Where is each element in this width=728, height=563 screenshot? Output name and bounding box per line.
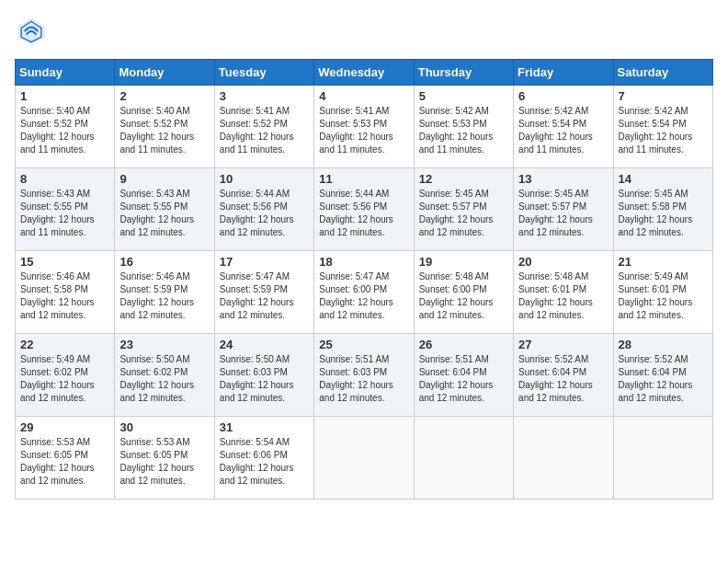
cell-content: Sunrise: 5:54 AMSunset: 6:06 PMDaylight:… <box>220 437 294 486</box>
day-number: 13 <box>518 172 608 186</box>
day-number: 2 <box>119 89 209 103</box>
calendar-week-row: 1 Sunrise: 5:40 AMSunset: 5:52 PMDayligh… <box>16 86 713 168</box>
logo <box>15 15 51 48</box>
calendar-table: SundayMondayTuesdayWednesdayThursdayFrid… <box>15 59 713 500</box>
calendar-cell: 22 Sunrise: 5:49 AMSunset: 6:02 PMDaylig… <box>16 334 115 417</box>
day-number: 7 <box>619 89 708 103</box>
cell-content: Sunrise: 5:40 AMSunset: 5:52 PMDaylight:… <box>20 106 95 155</box>
day-number: 24 <box>220 338 309 351</box>
day-number: 1 <box>20 89 109 103</box>
calendar-cell <box>414 417 513 500</box>
calendar-cell: 9 Sunrise: 5:43 AMSunset: 5:55 PMDayligh… <box>115 168 214 251</box>
calendar-cell: 10 Sunrise: 5:44 AMSunset: 5:56 PMDaylig… <box>214 168 313 251</box>
col-header-friday: Friday <box>514 60 613 86</box>
cell-content: Sunrise: 5:44 AMSunset: 5:56 PMDaylight:… <box>319 189 393 237</box>
day-number: 17 <box>220 255 309 269</box>
day-number: 20 <box>518 255 608 269</box>
logo-icon <box>15 15 48 48</box>
cell-content: Sunrise: 5:44 AMSunset: 5:56 PMDaylight:… <box>220 189 294 237</box>
cell-content: Sunrise: 5:46 AMSunset: 5:59 PMDaylight:… <box>119 271 194 320</box>
cell-content: Sunrise: 5:49 AMSunset: 6:02 PMDaylight:… <box>20 354 95 403</box>
day-number: 3 <box>220 89 309 103</box>
day-number: 27 <box>518 338 608 351</box>
calendar-cell: 13 Sunrise: 5:45 AMSunset: 5:57 PMDaylig… <box>514 168 613 251</box>
day-number: 26 <box>419 338 508 351</box>
cell-content: Sunrise: 5:40 AMSunset: 5:52 PMDaylight:… <box>119 106 194 155</box>
calendar-cell: 27 Sunrise: 5:52 AMSunset: 6:04 PMDaylig… <box>514 334 613 417</box>
cell-content: Sunrise: 5:45 AMSunset: 5:57 PMDaylight:… <box>518 189 593 237</box>
calendar-cell <box>314 417 414 500</box>
cell-content: Sunrise: 5:43 AMSunset: 5:55 PMDaylight:… <box>119 189 194 237</box>
col-header-sunday: Sunday <box>16 60 115 86</box>
calendar-week-row: 15 Sunrise: 5:46 AMSunset: 5:58 PMDaylig… <box>16 251 713 334</box>
cell-content: Sunrise: 5:50 AMSunset: 6:03 PMDaylight:… <box>220 354 294 403</box>
cell-content: Sunrise: 5:41 AMSunset: 5:52 PMDaylight:… <box>220 106 294 155</box>
calendar-cell: 17 Sunrise: 5:47 AMSunset: 5:59 PMDaylig… <box>214 251 313 334</box>
cell-content: Sunrise: 5:52 AMSunset: 6:04 PMDaylight:… <box>518 354 593 403</box>
day-number: 21 <box>619 255 708 269</box>
day-number: 23 <box>119 338 209 351</box>
calendar-cell: 14 Sunrise: 5:45 AMSunset: 5:58 PMDaylig… <box>613 168 712 251</box>
cell-content: Sunrise: 5:47 AMSunset: 6:00 PMDaylight:… <box>319 271 393 320</box>
calendar-cell: 21 Sunrise: 5:49 AMSunset: 6:01 PMDaylig… <box>613 251 712 334</box>
day-number: 28 <box>619 338 708 351</box>
cell-content: Sunrise: 5:46 AMSunset: 5:58 PMDaylight:… <box>20 271 95 320</box>
day-number: 9 <box>119 172 209 186</box>
calendar-cell: 20 Sunrise: 5:48 AMSunset: 6:01 PMDaylig… <box>514 251 613 334</box>
calendar-cell: 24 Sunrise: 5:50 AMSunset: 6:03 PMDaylig… <box>214 334 313 417</box>
day-number: 4 <box>319 89 408 103</box>
calendar-cell: 8 Sunrise: 5:43 AMSunset: 5:55 PMDayligh… <box>16 168 115 251</box>
cell-content: Sunrise: 5:48 AMSunset: 6:00 PMDaylight:… <box>419 271 494 320</box>
calendar-cell: 11 Sunrise: 5:44 AMSunset: 5:56 PMDaylig… <box>314 168 414 251</box>
page-header <box>15 15 713 48</box>
calendar-cell: 4 Sunrise: 5:41 AMSunset: 5:53 PMDayligh… <box>314 86 414 168</box>
calendar-cell: 12 Sunrise: 5:45 AMSunset: 5:57 PMDaylig… <box>414 168 513 251</box>
col-header-saturday: Saturday <box>613 60 712 86</box>
day-number: 11 <box>319 172 408 186</box>
calendar-cell: 5 Sunrise: 5:42 AMSunset: 5:53 PMDayligh… <box>414 86 513 168</box>
calendar-cell: 31 Sunrise: 5:54 AMSunset: 6:06 PMDaylig… <box>214 417 313 500</box>
cell-content: Sunrise: 5:47 AMSunset: 5:59 PMDaylight:… <box>220 271 294 320</box>
cell-content: Sunrise: 5:50 AMSunset: 6:02 PMDaylight:… <box>119 354 194 403</box>
calendar-cell: 30 Sunrise: 5:53 AMSunset: 6:05 PMDaylig… <box>115 417 214 500</box>
cell-content: Sunrise: 5:53 AMSunset: 6:05 PMDaylight:… <box>119 437 194 486</box>
calendar-header-row: SundayMondayTuesdayWednesdayThursdayFrid… <box>16 60 713 86</box>
calendar-cell <box>613 417 712 500</box>
day-number: 30 <box>119 420 209 434</box>
day-number: 31 <box>220 420 309 434</box>
day-number: 14 <box>619 172 708 186</box>
cell-content: Sunrise: 5:41 AMSunset: 5:53 PMDaylight:… <box>319 106 393 155</box>
calendar-cell: 28 Sunrise: 5:52 AMSunset: 6:04 PMDaylig… <box>613 334 712 417</box>
calendar-cell: 7 Sunrise: 5:42 AMSunset: 5:54 PMDayligh… <box>613 86 712 168</box>
cell-content: Sunrise: 5:51 AMSunset: 6:03 PMDaylight:… <box>319 354 393 403</box>
calendar-cell: 1 Sunrise: 5:40 AMSunset: 5:52 PMDayligh… <box>16 86 115 168</box>
day-number: 25 <box>319 338 408 351</box>
cell-content: Sunrise: 5:43 AMSunset: 5:55 PMDaylight:… <box>20 189 95 237</box>
day-number: 12 <box>419 172 508 186</box>
cell-content: Sunrise: 5:42 AMSunset: 5:54 PMDaylight:… <box>619 106 693 155</box>
calendar-week-row: 8 Sunrise: 5:43 AMSunset: 5:55 PMDayligh… <box>16 168 713 251</box>
day-number: 29 <box>20 420 109 434</box>
calendar-cell <box>514 417 613 500</box>
col-header-thursday: Thursday <box>414 60 513 86</box>
calendar-cell: 3 Sunrise: 5:41 AMSunset: 5:52 PMDayligh… <box>214 86 313 168</box>
cell-content: Sunrise: 5:49 AMSunset: 6:01 PMDaylight:… <box>619 271 693 320</box>
calendar-cell: 18 Sunrise: 5:47 AMSunset: 6:00 PMDaylig… <box>314 251 414 334</box>
col-header-monday: Monday <box>115 60 214 86</box>
cell-content: Sunrise: 5:42 AMSunset: 5:53 PMDaylight:… <box>419 106 494 155</box>
col-header-tuesday: Tuesday <box>214 60 313 86</box>
day-number: 6 <box>518 89 608 103</box>
cell-content: Sunrise: 5:53 AMSunset: 6:05 PMDaylight:… <box>20 437 95 486</box>
calendar-body: 1 Sunrise: 5:40 AMSunset: 5:52 PMDayligh… <box>16 86 713 500</box>
calendar-cell: 26 Sunrise: 5:51 AMSunset: 6:04 PMDaylig… <box>414 334 513 417</box>
calendar-cell: 16 Sunrise: 5:46 AMSunset: 5:59 PMDaylig… <box>115 251 214 334</box>
calendar-cell: 6 Sunrise: 5:42 AMSunset: 5:54 PMDayligh… <box>514 86 613 168</box>
cell-content: Sunrise: 5:45 AMSunset: 5:57 PMDaylight:… <box>419 189 494 237</box>
calendar-week-row: 22 Sunrise: 5:49 AMSunset: 6:02 PMDaylig… <box>16 334 713 417</box>
calendar-cell: 23 Sunrise: 5:50 AMSunset: 6:02 PMDaylig… <box>115 334 214 417</box>
day-number: 15 <box>20 255 109 269</box>
cell-content: Sunrise: 5:52 AMSunset: 6:04 PMDaylight:… <box>619 354 693 403</box>
day-number: 16 <box>119 255 209 269</box>
day-number: 8 <box>20 172 109 186</box>
cell-content: Sunrise: 5:48 AMSunset: 6:01 PMDaylight:… <box>518 271 593 320</box>
